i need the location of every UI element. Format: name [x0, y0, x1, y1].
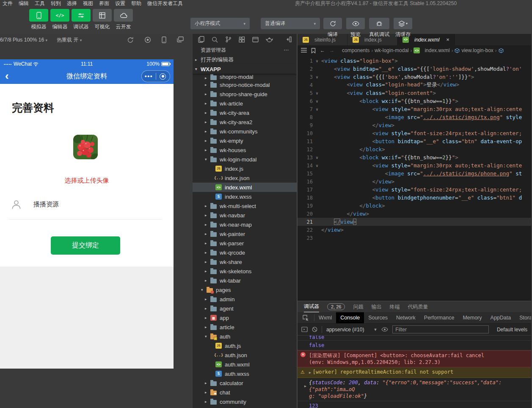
eye-icon[interactable] [381, 327, 388, 332]
fold-icon[interactable]: ∨ [313, 91, 321, 95]
console-row-3[interactable]: ⚠▶[worker] reportRealtimeAction:fail not… [298, 367, 531, 378]
close-icon[interactable]: × [446, 36, 449, 43]
code-line-3[interactable]: 3∨ <view class="{{['box',showModal?'on':… [298, 73, 531, 81]
code-line-15[interactable]: 15 <image src="../../static/imgs/phone.p… [298, 169, 531, 178]
tree-item-wk-near-map[interactable]: ▸wk-near-map [193, 220, 297, 229]
tree-item-article[interactable]: ▸article [193, 322, 297, 332]
tree-item-wk-tabar[interactable]: ▸wk-tabar [193, 276, 297, 285]
collapse-sidebar-icon[interactable] [285, 36, 292, 42]
rotate-icon[interactable] [127, 36, 134, 43]
tree-section-打开的编辑器[interactable]: ▸打开的编辑器 [193, 55, 297, 64]
tree-item-shopro-share-guide[interactable]: ▸shopro-share-guide [193, 89, 297, 99]
device-icon[interactable] [162, 36, 166, 43]
tree-item-wk-communitys[interactable]: ▸wk-communitys [193, 127, 297, 136]
code-line-19[interactable]: 19 </block> [298, 202, 531, 210]
breadcrumb-item-wk-login-modal[interactable]: wk-login-modal [375, 47, 409, 53]
devtools-tab-Performance[interactable]: Performance [420, 312, 459, 323]
tree-item-index.json[interactable]: {..}index.json [193, 173, 297, 183]
log-level-select[interactable]: Default levels [497, 327, 527, 333]
tree-item-wk-parser[interactable]: ▸wk-parser [193, 239, 297, 248]
tree-item-wk-city-area2[interactable]: ▸wk-city-area2 [193, 117, 297, 127]
tree-item-auth.wxss[interactable]: Sauth.wxss [193, 369, 297, 378]
code-line-13[interactable]: 13∨ <block wx:if="{{btn_show==2}}"> [298, 153, 531, 161]
choose-avatar-hint[interactable]: 选择或上传头像 [0, 177, 174, 185]
tree-item-shopro-notice-modal[interactable]: ▸shopro-notice-modal [193, 80, 297, 89]
teapot-icon[interactable] [266, 36, 273, 42]
tree-item-shopro-modal[interactable]: ▸shopro-modal [193, 74, 297, 80]
code-line-11[interactable]: 11 <button bindtap="__e" class="btn" dat… [298, 137, 531, 145]
devtools-tab-Memory[interactable]: Memory [458, 312, 486, 323]
submit-bind-button[interactable]: 提交绑定 [51, 236, 120, 255]
extensions-icon[interactable] [239, 36, 245, 43]
code-line-16[interactable]: 16 </view> [298, 178, 531, 186]
menu-item-2[interactable]: 工具 [35, 0, 45, 7]
code-line-21[interactable]: 21 </view> [298, 218, 531, 226]
files-icon[interactable] [198, 36, 204, 43]
outline-list-icon[interactable] [301, 48, 307, 53]
code-line-8[interactable]: 8 <image src="../../static/imgs/tx.png" … [298, 113, 531, 121]
devtools-tab-Wxml[interactable]: Wxml [314, 312, 336, 323]
console-filter-input[interactable] [392, 325, 489, 333]
compile-button[interactable]: 编译 [323, 7, 342, 38]
breadcrumb-item[interactable] [499, 48, 504, 53]
fold-icon[interactable]: ∨ [313, 164, 321, 168]
compile-mode-select[interactable]: 普通编译 ▾ [261, 18, 320, 29]
breadcrumb-item-index.wxml[interactable]: <>index.wxml [413, 47, 449, 53]
code-line-4[interactable]: 4 <view class="login-head">登录</view> [298, 81, 531, 89]
debug-tab-输出[interactable]: 输出 [371, 301, 381, 312]
git-branch-icon[interactable] [225, 36, 232, 43]
nav-back-icon[interactable]: ← [320, 47, 325, 53]
tree-item-wk-multi-select[interactable]: ▸wk-multi-select [193, 201, 297, 211]
nav-forward-icon[interactable]: → [329, 47, 334, 53]
debug-tab-终端[interactable]: 终端 [389, 301, 400, 312]
code-line-22[interactable]: 22</view> [298, 226, 531, 234]
debug-tab-代码质量[interactable]: 代码质量 [408, 301, 428, 312]
menu-item-1[interactable]: 编辑 [19, 0, 29, 7]
tree-item-wk-qrcode[interactable]: ▸wk-qrcode [193, 248, 297, 257]
menu-item-5[interactable]: 视图 [83, 0, 93, 7]
expand-arrow-icon[interactable]: ▶ [304, 383, 306, 390]
inspect-element-icon[interactable] [298, 314, 314, 321]
tree-item-pages[interactable]: ▾pages [193, 285, 297, 294]
code-line-7[interactable]: 7∨ <view style="margin:30rpx auto;text-a… [298, 105, 531, 113]
code-line-1[interactable]: 1∨<view class="login-box"> [298, 57, 531, 65]
tree-item-wk-navbar[interactable]: ▸wk-navbar [193, 211, 297, 220]
code-line-2[interactable]: 2 <view bindtap="__e" class="{{['login-s… [298, 65, 531, 73]
visualization-button[interactable]: 可视化 [92, 9, 112, 31]
fold-icon[interactable]: ∨ [313, 107, 321, 111]
menu-item-4[interactable]: 选择 [67, 0, 77, 7]
tree-item-auth.js[interactable]: JSauth.js [193, 341, 297, 350]
panel-toggle-icon[interactable] [301, 327, 308, 332]
code-line-23[interactable]: 23 [298, 234, 531, 242]
tree-item-calculator[interactable]: ▸calculator [193, 378, 297, 388]
code-line-10[interactable]: 10 <view style="font-size:24rpx;text-ali… [298, 129, 531, 137]
editor-button[interactable]: </>编辑器 [50, 9, 70, 31]
more-dots-icon[interactable]: ●●● [142, 74, 156, 78]
remote-debug-button[interactable]: 真机调试 [369, 7, 389, 38]
console-row-4[interactable]: ▶{statusCode: 200, data: "{"errno":0,"me… [298, 378, 531, 401]
code-line-18[interactable]: 18 <button bindgetphonenumber="__e" clas… [298, 194, 531, 202]
nickname-row[interactable]: 播播资源 [11, 199, 59, 210]
device-select[interactable]: 6/7/8 Plus 100% 16 ▾ [0, 37, 47, 43]
preview-button[interactable]: 预览 [346, 7, 365, 38]
menu-item-8[interactable]: 帮助 [131, 0, 141, 7]
devtools-tab-Sources[interactable]: Sources [364, 312, 392, 323]
tree-item-wk-skeletons[interactable]: ▸wk-skeletons [193, 266, 297, 276]
multi-window-icon[interactable] [177, 36, 184, 43]
tree-item-index.wxml[interactable]: <>index.wxml [193, 183, 297, 192]
debug-tab-调试器[interactable]: 调试器 [304, 301, 319, 312]
fold-icon[interactable]: ∨ [313, 155, 321, 160]
tree-item-community[interactable]: ▸community [193, 397, 297, 406]
devtools-tab-Storage[interactable]: Storage [515, 312, 531, 323]
devtools-tab-Console[interactable]: Console [336, 312, 364, 323]
tree-item-agent[interactable]: ▸agent [193, 304, 297, 313]
tree-item-index.js[interactable]: JSindex.js [193, 164, 297, 173]
clear-cache-button[interactable]: ▾清缓存 [394, 7, 412, 38]
fold-icon[interactable]: ∨ [313, 99, 321, 103]
tree-item-wk-empty[interactable]: ▸wk-empty [193, 136, 297, 145]
clear-console-icon[interactable] [312, 327, 317, 332]
simulator-button[interactable]: 模拟器 [29, 9, 49, 31]
bookmark-icon[interactable] [311, 48, 316, 53]
search-icon[interactable] [212, 36, 218, 43]
debug-tab-问题[interactable]: 问题 [353, 301, 363, 312]
